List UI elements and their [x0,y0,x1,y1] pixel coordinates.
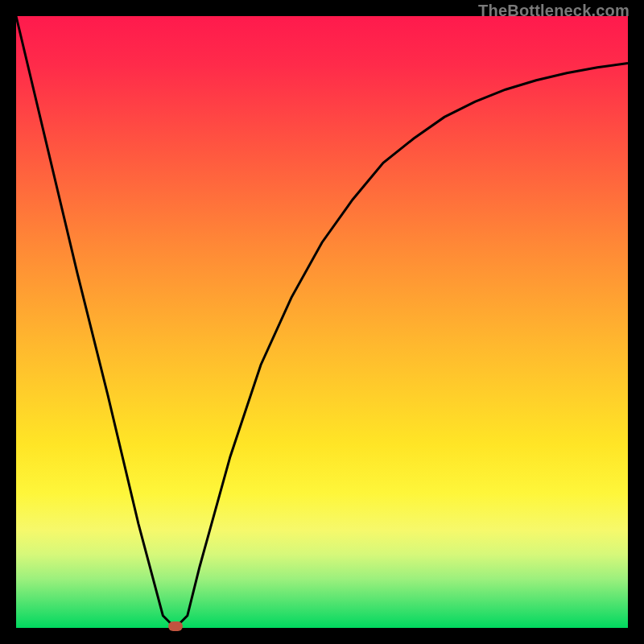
bottleneck-curve [16,16,628,628]
minimum-marker [168,621,183,631]
chart-frame: TheBottleneck.com [0,0,644,644]
curve-path [16,16,628,628]
